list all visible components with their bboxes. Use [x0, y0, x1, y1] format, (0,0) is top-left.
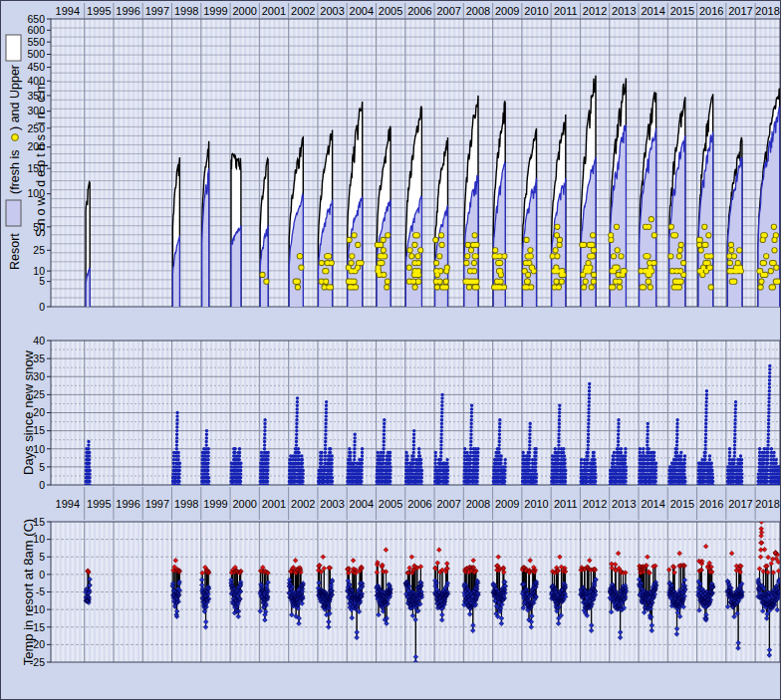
year-label: 2011: [554, 5, 578, 17]
legend-resort-label: Resort: [8, 233, 22, 270]
year-label: 2018: [755, 498, 779, 510]
year-label: 2006: [407, 5, 431, 17]
year-label: 2000: [232, 5, 256, 17]
year-band-top: 1994199519961997199819992000200120022003…: [56, 3, 780, 18]
year-label: 2002: [291, 5, 315, 17]
year-label: 2004: [350, 498, 374, 510]
tick-label: 500: [27, 48, 45, 60]
year-label: 2003: [320, 498, 344, 510]
tick-label: 40: [33, 335, 45, 347]
year-label: 2013: [612, 5, 636, 17]
year-label: 2006: [407, 498, 431, 510]
year-label: 2002: [291, 498, 315, 510]
year-label: 2016: [699, 5, 723, 17]
tick-label: -5: [36, 585, 45, 597]
tick-label: 450: [27, 61, 45, 73]
year-label: 1999: [203, 5, 227, 17]
year-band-middle: 1994199519961997199819992000200120022003…: [56, 487, 780, 520]
year-label: 1997: [145, 498, 169, 510]
year-label: 1998: [174, 5, 198, 17]
year-label: 2016: [699, 498, 723, 510]
year-label: 1994: [56, 498, 80, 510]
year-label: 2005: [379, 498, 402, 510]
tick-label: 0: [39, 479, 45, 491]
year-label: 2008: [466, 498, 490, 510]
tick-label: 5: [39, 551, 45, 563]
tick-label: 600: [27, 24, 45, 36]
year-label: 2017: [728, 5, 752, 17]
year-label: 2007: [436, 5, 460, 17]
year-label: 2008: [466, 5, 490, 17]
days-since-snow-dots: [86, 442, 90, 486]
year-label: 2010: [524, 5, 548, 17]
legend-resort-swatch: [6, 200, 21, 226]
year-label: 2012: [583, 498, 607, 510]
year-label: 2010: [524, 498, 548, 510]
year-label: 2011: [554, 498, 578, 510]
year-label: 2000: [232, 498, 256, 510]
year-label: 2012: [583, 5, 607, 17]
svg-text:Days since new snow: Days since new snow: [21, 350, 36, 475]
year-label: 2015: [670, 5, 694, 17]
legend-fresh-dot-icon: [12, 134, 19, 141]
year-label: 2004: [350, 5, 374, 17]
year-label: 2005: [379, 5, 402, 17]
legend-upper-swatch: [6, 35, 21, 61]
year-label: 1997: [145, 5, 169, 17]
legend-upper-label: ) and Upper: [8, 65, 22, 130]
tick-label: 5: [39, 461, 45, 473]
year-label: 1998: [174, 498, 198, 510]
legend-fresh-label: (fresh is: [8, 150, 22, 194]
year-label: 2007: [436, 498, 460, 510]
year-label: 2014: [641, 498, 664, 510]
year-label: 1996: [116, 5, 139, 17]
tick-label: 650: [27, 13, 45, 25]
year-label: 2013: [612, 498, 636, 510]
svg-text:Temp in resort at 8am (C): Temp in resort at 8am (C): [21, 519, 36, 665]
tick-label: 25: [33, 244, 45, 256]
year-label: 2009: [495, 498, 519, 510]
year-label: 2017: [728, 498, 752, 510]
year-label: 1994: [56, 5, 80, 17]
chart-canvas: 1994199519961997199819992000200120022003…: [1, 1, 780, 699]
tick-label: 5: [39, 275, 45, 287]
tick-label: 0: [39, 569, 45, 581]
year-label: 1996: [116, 498, 139, 510]
year-label: 2015: [670, 498, 694, 510]
year-label: 1995: [87, 498, 111, 510]
snow-axis-units-label: Snow depths in cm: [34, 83, 48, 237]
year-label: 2003: [320, 5, 344, 17]
days-axis-title: Days since new snow: [21, 350, 36, 475]
year-label: 2001: [262, 498, 286, 510]
year-label: 2014: [641, 5, 664, 17]
year-label: 2009: [495, 5, 519, 17]
temp-axis-title: Temp in resort at 8am (C): [21, 519, 36, 665]
tick-label: 0: [39, 301, 45, 313]
snow-history-chart: 1994199519961997199819992000200120022003…: [0, 0, 781, 700]
year-label: 1995: [87, 5, 111, 17]
year-label: 1999: [203, 498, 227, 510]
tick-label: 550: [27, 36, 45, 48]
year-label: 2001: [262, 5, 286, 17]
year-label: 2018: [755, 5, 779, 17]
